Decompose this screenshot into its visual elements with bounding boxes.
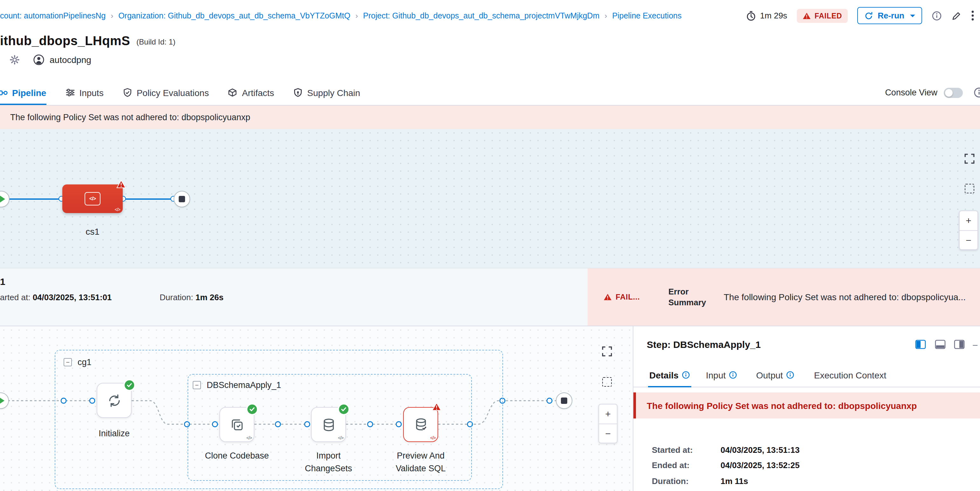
stage-error-zone: FAIL... Error Summary The following Poli… bbox=[588, 269, 980, 326]
shield-icon bbox=[293, 88, 303, 97]
tab-label: Supply Chain bbox=[307, 87, 360, 98]
zoom-controls: + − bbox=[959, 211, 978, 250]
zoom-in-button[interactable]: + bbox=[960, 211, 977, 230]
start-node[interactable] bbox=[0, 191, 10, 207]
fullscreen-icon[interactable] bbox=[964, 153, 975, 164]
page-title: ithub_dbops_LHqmS bbox=[0, 34, 130, 48]
edge-line bbox=[123, 199, 173, 200]
clone-icon bbox=[229, 417, 245, 432]
edge-line bbox=[6, 199, 62, 200]
marquee-select-icon[interactable] bbox=[602, 377, 612, 387]
elapsed-time: 1m 29s bbox=[746, 11, 787, 21]
rerun-button[interactable]: Re-run bbox=[857, 7, 922, 24]
step-error-text: The following Policy Set was not adhered… bbox=[647, 400, 917, 410]
step-node-import-changesets[interactable]: </> bbox=[311, 407, 346, 442]
chevron-right-icon: › bbox=[111, 11, 113, 20]
step-node-initialize[interactable] bbox=[97, 383, 132, 418]
build-id: (Build Id: 1) bbox=[137, 36, 175, 46]
step-label: Initialize bbox=[84, 427, 144, 440]
code-glyph: </> bbox=[115, 207, 120, 212]
collapse-group-button[interactable]: − bbox=[193, 381, 201, 389]
error-summary-text: The following Policy Set was not adhered… bbox=[724, 269, 980, 326]
panel-tab-execution-context[interactable]: Execution Context bbox=[814, 363, 886, 387]
zoom-out-button[interactable]: − bbox=[599, 424, 617, 443]
tab-supply-chain[interactable]: Supply Chain bbox=[293, 80, 360, 105]
field-label: Duration: bbox=[652, 477, 689, 486]
panel-tab-label: Input bbox=[706, 370, 725, 380]
artifacts-box-icon bbox=[228, 88, 237, 97]
zoom-in-button[interactable]: + bbox=[599, 405, 617, 424]
layout-right-pane-icon[interactable] bbox=[954, 340, 965, 349]
panel-tab-input[interactable]: Input bbox=[706, 363, 737, 387]
elapsed-time-label: 1m 29s bbox=[760, 11, 787, 21]
code-stage-icon: </> bbox=[84, 192, 100, 205]
avatar bbox=[33, 54, 45, 65]
breadcrumb-pipeline-executions[interactable]: Pipeline Executions bbox=[612, 11, 681, 20]
console-view-label: Console View bbox=[885, 88, 937, 97]
zoom-controls: + − bbox=[598, 404, 617, 443]
stage-summary-name: 1 bbox=[0, 276, 5, 287]
step-label: Preview And Validate SQL bbox=[382, 450, 460, 475]
stage-node-cs1[interactable]: </> </> bbox=[62, 184, 123, 213]
layout-bottom-pane-icon[interactable] bbox=[935, 340, 946, 349]
field-label: Ended at: bbox=[652, 461, 689, 470]
error-summary-label: Error Summary bbox=[668, 269, 714, 326]
tab-label: Artifacts bbox=[242, 87, 274, 98]
zoom-out-button[interactable]: − bbox=[960, 230, 977, 249]
play-icon bbox=[0, 397, 5, 405]
field-value: 04/03/2025, 13:51:13 bbox=[721, 445, 800, 455]
stage-summary-bar: 1 arted at: 04/03/2025, 13:51:01 Duratio… bbox=[0, 268, 980, 326]
chevron-right-icon: › bbox=[355, 11, 358, 20]
database-icon bbox=[321, 417, 336, 432]
code-glyph: </> bbox=[338, 436, 344, 440]
gear-icon[interactable] bbox=[10, 55, 20, 65]
tab-label: Inputs bbox=[79, 87, 103, 98]
minimize-panel-icon[interactable]: − bbox=[972, 340, 978, 350]
stop-icon bbox=[179, 196, 185, 202]
tab-pipeline[interactable]: Pipeline bbox=[0, 80, 46, 105]
tab-inputs[interactable]: Inputs bbox=[65, 80, 103, 105]
help-circle-icon[interactable] bbox=[974, 87, 980, 98]
breadcrumb-project[interactable]: Project: Github_db_devops_aut_db_schema_… bbox=[363, 11, 600, 20]
info-icon[interactable] bbox=[932, 11, 942, 21]
field-value: 1m 11s bbox=[721, 477, 748, 486]
console-view-toggle[interactable] bbox=[944, 87, 963, 98]
tab-policy-evaluations[interactable]: Policy Evaluations bbox=[123, 80, 209, 105]
tab-label: Pipeline bbox=[12, 87, 46, 98]
panel-tab-output[interactable]: Output bbox=[756, 363, 794, 387]
marquee-select-icon[interactable] bbox=[965, 184, 974, 193]
breadcrumb-account[interactable]: count: automationPipelinesNg bbox=[0, 11, 105, 20]
info-icon bbox=[682, 371, 690, 379]
tab-artifacts[interactable]: Artifacts bbox=[228, 80, 274, 105]
step-panel-title: Step: DBSchemaApply_1 bbox=[647, 339, 760, 350]
code-glyph: </> bbox=[89, 196, 96, 202]
clock-icon bbox=[746, 11, 756, 21]
breadcrumb-organization[interactable]: Organization: Github_db_devops_aut_db_sc… bbox=[118, 11, 350, 20]
step-node-preview-validate-sql[interactable]: </> bbox=[403, 407, 438, 442]
success-badge-icon bbox=[125, 380, 134, 390]
rerun-button-label: Re-run bbox=[878, 11, 904, 21]
stop-icon bbox=[561, 397, 567, 404]
code-glyph: </> bbox=[247, 436, 252, 440]
panel-tab-label: Output bbox=[756, 370, 783, 380]
failed-badge-icon bbox=[432, 403, 441, 411]
layout-left-pane-icon[interactable] bbox=[915, 340, 926, 349]
collapse-group-button[interactable]: − bbox=[64, 358, 72, 366]
step-node-clone-codebase[interactable]: </> bbox=[220, 407, 255, 442]
kebab-menu-icon[interactable] bbox=[971, 10, 974, 21]
end-node[interactable] bbox=[556, 392, 572, 409]
field-started-at: Started at: 04/03/2025, 13:51:13 bbox=[633, 445, 980, 456]
edit-pencil-icon[interactable] bbox=[951, 11, 962, 21]
chevron-right-icon: › bbox=[605, 11, 607, 20]
end-node[interactable] bbox=[173, 191, 190, 207]
fullscreen-icon[interactable] bbox=[601, 346, 612, 357]
success-badge-icon bbox=[339, 405, 348, 414]
failed-badge-icon bbox=[116, 180, 126, 188]
caret-down-icon bbox=[910, 14, 915, 17]
stage-started-at: arted at: 04/03/2025, 13:51:01 bbox=[0, 292, 111, 302]
panel-tab-label: Execution Context bbox=[814, 370, 886, 380]
step-label: Import ChangeSets bbox=[293, 450, 364, 475]
panel-tab-details[interactable]: Details bbox=[649, 363, 690, 387]
tab-bar: Pipeline Inputs Policy Evaluat bbox=[0, 80, 980, 106]
group-label: DBSchemaApply_1 bbox=[207, 380, 281, 390]
